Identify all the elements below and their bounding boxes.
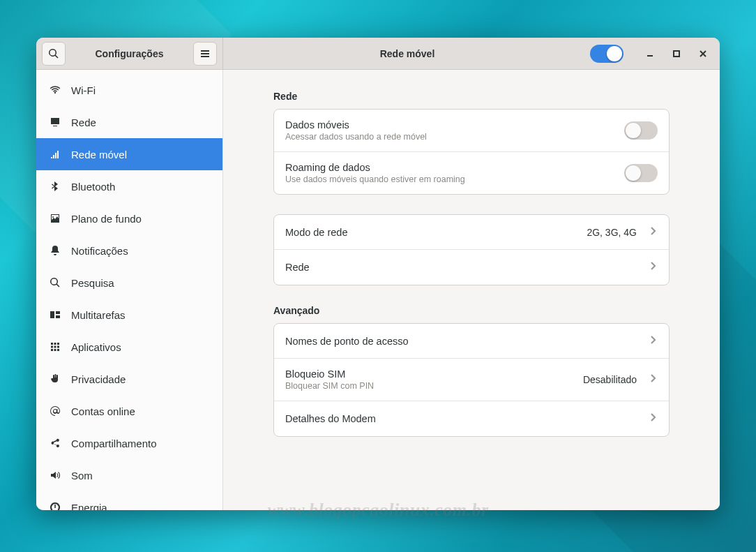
row-value: 2G, 3G, 4G bbox=[587, 227, 637, 238]
sidebar-item-som[interactable]: Som bbox=[36, 459, 222, 491]
section-title-rede: Rede bbox=[273, 91, 670, 102]
section-title-avancado: Avançado bbox=[273, 305, 670, 316]
row-modem[interactable]: Detalhes do Modem bbox=[274, 401, 669, 436]
share-icon bbox=[49, 438, 61, 449]
at-icon bbox=[49, 405, 61, 417]
sidebar-item-label: Bluetooth bbox=[71, 181, 213, 193]
toggle-roaming[interactable] bbox=[624, 164, 658, 182]
sidebar-item-pesquisa[interactable]: Pesquisa bbox=[36, 267, 222, 299]
display-icon bbox=[49, 117, 61, 128]
sidebar-item-compart[interactable]: Compartilhamento bbox=[36, 427, 222, 459]
chevron-right-icon bbox=[648, 412, 658, 425]
sidebar-item-label: Compartilhamento bbox=[71, 438, 213, 449]
sidebar-item-label: Rede móvel bbox=[71, 149, 213, 161]
sidebar-item-wifi[interactable]: Wi-Fi bbox=[36, 74, 222, 106]
sidebar-item-energia[interactable]: Energia bbox=[36, 491, 222, 510]
sidebar-item-multitarefas[interactable]: Multitarefas bbox=[36, 299, 222, 331]
hamburger-button[interactable] bbox=[193, 42, 217, 66]
sidebar-item-label: Plano de fundo bbox=[71, 213, 213, 225]
minimize-icon bbox=[645, 49, 655, 59]
chevron-right-icon bbox=[648, 373, 658, 386]
chevron-right-icon bbox=[648, 226, 658, 239]
master-toggle[interactable] bbox=[590, 45, 623, 63]
search-button[interactable] bbox=[42, 42, 66, 66]
window-body: Wi-FiRedeRede móvelBluetoothPlano de fun… bbox=[36, 70, 720, 510]
row-title: Roaming de dados bbox=[285, 162, 613, 173]
row-title: Rede bbox=[285, 262, 637, 273]
sidebar-item-contas[interactable]: Contas online bbox=[36, 395, 222, 427]
row-rede-sel[interactable]: Rede bbox=[274, 250, 669, 285]
close-icon bbox=[698, 49, 708, 59]
content-area: Rede Dados móveisAcessar dados usando a … bbox=[223, 70, 720, 510]
sidebar-item-label: Som bbox=[71, 470, 213, 482]
titlebar-left: Configurações bbox=[36, 38, 223, 69]
sound-icon bbox=[49, 470, 61, 481]
sidebar-item-label: Energia bbox=[71, 502, 213, 511]
group-rede: Dados móveisAcessar dados usando a rede … bbox=[273, 109, 670, 195]
chevron-right-icon bbox=[648, 335, 658, 348]
sidebar-item-bluetooth[interactable]: Bluetooth bbox=[36, 170, 222, 202]
row-subtitle: Bloquear SIM com PIN bbox=[285, 381, 572, 391]
sidebar-item-label: Privacidade bbox=[71, 373, 203, 385]
row-roaming[interactable]: Roaming de dadosUse dados móveis quando … bbox=[274, 152, 669, 194]
row-modo-rede[interactable]: Modo de rede2G, 3G, 4G bbox=[274, 215, 669, 250]
power-icon bbox=[49, 502, 61, 510]
hamburger-icon bbox=[199, 48, 211, 59]
row-subtitle: Use dados móveis quando estiver em roami… bbox=[285, 174, 613, 184]
minimize-button[interactable] bbox=[639, 43, 661, 65]
grid-icon bbox=[49, 341, 61, 352]
sidebar-item-plano-fundo[interactable]: Plano de fundo bbox=[36, 202, 222, 234]
page-title: Rede móvel bbox=[349, 48, 466, 59]
group-modo: Modo de rede2G, 3G, 4GRede bbox=[273, 214, 670, 285]
row-title: Modo de rede bbox=[285, 227, 575, 238]
bluetooth-icon bbox=[49, 181, 61, 192]
search-icon bbox=[48, 48, 59, 59]
row-sim[interactable]: Bloqueio SIMBloquear SIM com PINDesabili… bbox=[274, 359, 669, 401]
maximize-icon bbox=[672, 49, 681, 59]
titlebar-right: Rede móvel bbox=[223, 38, 720, 69]
sidebar-item-label: Rede bbox=[71, 117, 213, 128]
settings-window: Configurações Rede móvel Wi-FiRedeRede m… bbox=[36, 38, 720, 510]
row-value: Desabilitado bbox=[583, 374, 637, 385]
wifi-icon bbox=[49, 84, 61, 96]
sidebar-item-label: Aplicativos bbox=[71, 341, 203, 353]
row-title: Bloqueio SIM bbox=[285, 368, 572, 380]
close-button[interactable] bbox=[692, 43, 714, 65]
toggle-dados-moveis[interactable] bbox=[624, 121, 658, 140]
sidebar-item-notificacoes[interactable]: Notificações bbox=[36, 234, 222, 267]
signal-icon bbox=[49, 149, 61, 160]
sidebar-item-label: Contas online bbox=[71, 405, 213, 417]
svg-rect-0 bbox=[674, 51, 679, 57]
sidebar-item-rede[interactable]: Rede bbox=[36, 106, 222, 138]
titlebar: Configurações Rede móvel bbox=[36, 38, 720, 70]
row-dados-moveis[interactable]: Dados móveisAcessar dados usando a rede … bbox=[274, 110, 669, 152]
row-subtitle: Acessar dados usando a rede móvel bbox=[285, 132, 613, 142]
picture-icon bbox=[49, 213, 61, 224]
row-title: Dados móveis bbox=[285, 119, 613, 130]
sidebar-item-label: Notificações bbox=[71, 245, 213, 257]
sidebar-item-aplicativos[interactable]: Aplicativos bbox=[36, 331, 222, 363]
bell-icon bbox=[49, 245, 61, 256]
row-title: Nomes de ponto de acesso bbox=[285, 336, 637, 347]
search-icon bbox=[49, 277, 61, 288]
sidebar-title: Configurações bbox=[70, 48, 189, 59]
sidebar-item-privacidade[interactable]: Privacidade bbox=[36, 363, 222, 395]
sidebar: Wi-FiRedeRede móvelBluetoothPlano de fun… bbox=[36, 70, 223, 510]
hand-icon bbox=[49, 373, 61, 385]
row-apn[interactable]: Nomes de ponto de acesso bbox=[274, 324, 669, 359]
sidebar-item-rede-movel[interactable]: Rede móvel bbox=[36, 138, 222, 170]
sidebar-item-label: Wi-Fi bbox=[71, 84, 213, 96]
row-title: Detalhes do Modem bbox=[285, 413, 637, 424]
sidebar-item-label: Pesquisa bbox=[71, 277, 213, 289]
maximize-button[interactable] bbox=[665, 43, 688, 65]
multitask-icon bbox=[49, 309, 61, 320]
chevron-right-icon bbox=[648, 261, 658, 274]
sidebar-item-label: Multitarefas bbox=[71, 309, 213, 321]
group-avancado: Nomes de ponto de acessoBloqueio SIMBloq… bbox=[273, 323, 670, 437]
